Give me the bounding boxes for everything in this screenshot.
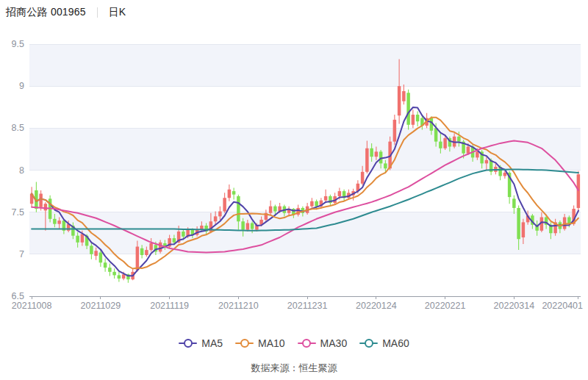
svg-text:7.5: 7.5	[12, 207, 24, 218]
svg-text:9: 9	[19, 81, 24, 91]
ma60-legend-marker	[359, 339, 378, 348]
y-axis-labels: 9.598.587.576.5	[12, 39, 24, 301]
svg-text:20211231: 20211231	[287, 301, 328, 311]
ma30-legend-marker	[298, 339, 316, 348]
ma10-legend-marker	[235, 339, 254, 348]
kline-chart[interactable]: 9.598.587.576.52021100820211029202111192…	[0, 0, 588, 323]
svg-text:20220314: 20220314	[494, 301, 535, 311]
svg-text:20211008: 20211008	[12, 301, 52, 311]
legend-item-ma30[interactable]: MA30	[298, 337, 348, 349]
svg-text:20211119: 20211119	[150, 301, 189, 311]
svg-text:20211029: 20211029	[81, 301, 121, 311]
svg-text:20220221: 20220221	[425, 301, 466, 311]
legend-item-ma10[interactable]: MA10	[235, 337, 285, 349]
ma5-legend-marker	[179, 339, 197, 348]
plot-bands	[29, 44, 581, 254]
x-axis: 2021100820211029202111192021121020211231…	[12, 296, 583, 311]
legend-label: MA10	[258, 337, 285, 349]
legend-label: MA5	[201, 337, 223, 349]
legend-item-ma5[interactable]: MA5	[179, 337, 223, 349]
svg-text:9.5: 9.5	[12, 39, 24, 49]
legend-item-ma60[interactable]: MA60	[359, 337, 409, 349]
data-source-text: 数据来源：恒生聚源	[0, 362, 588, 375]
legend-label: MA60	[382, 337, 409, 349]
svg-text:7: 7	[19, 249, 24, 259]
legend-label: MA30	[320, 337, 348, 349]
svg-text:8.5: 8.5	[12, 123, 24, 133]
svg-text:20220124: 20220124	[356, 301, 397, 311]
ma-legend: MA5 MA10 MA30 MA60	[0, 334, 588, 352]
svg-text:20211210: 20211210	[218, 301, 259, 311]
svg-text:8: 8	[19, 165, 24, 176]
svg-text:6.5: 6.5	[12, 291, 24, 301]
svg-text:20220401: 20220401	[542, 301, 583, 311]
